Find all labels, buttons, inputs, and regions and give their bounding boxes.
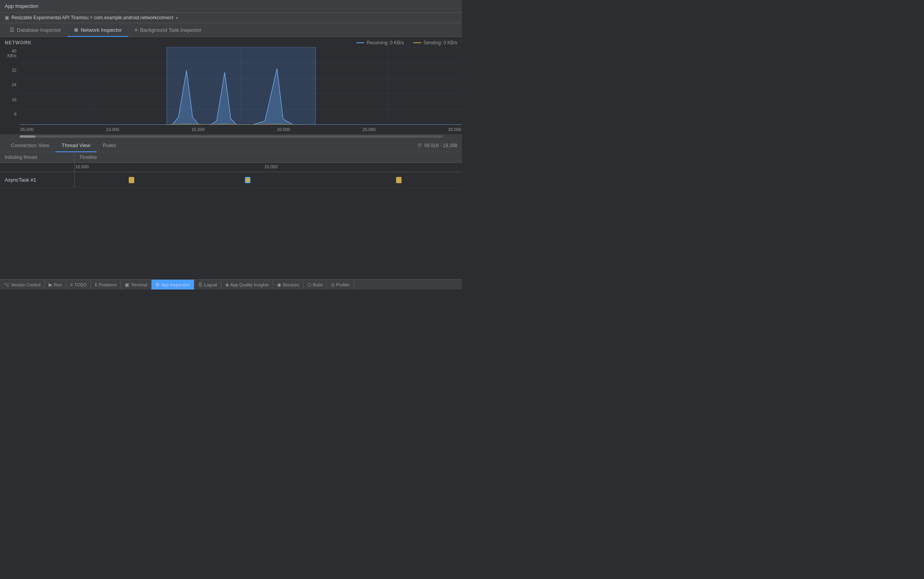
col-initiating-thread: Initiating thread [0, 152, 75, 162]
background-tab-icon: ≡ [135, 27, 138, 33]
table-row: AsyncTask #1 [0, 172, 462, 188]
logcat-icon: ☰ [198, 282, 203, 288]
device-icon: ▣ [5, 15, 9, 20]
x-axis-labels: 05.000 10.000 15.000 20.000 25.000 30.00… [20, 127, 462, 132]
ticks-label-spacer [0, 163, 75, 172]
chart-main[interactable]: 05.000 10.000 15.000 20.000 25.000 30.00… [20, 47, 462, 134]
status-run[interactable]: ▶Run [45, 280, 66, 290]
y-axis-8: 8 [3, 112, 16, 117]
x-label-30: 30.000 [448, 127, 461, 132]
status-version-control[interactable]: ⌥Version Control [0, 280, 45, 290]
row-label-asynctask: AsyncTask #1 [0, 172, 75, 188]
network-tab-label: Network Inspector [81, 27, 122, 33]
time-range: ⏱ 09.918 - 18.398 [417, 143, 457, 148]
dropdown-arrow-icon: ▾ [176, 16, 178, 20]
tab-background[interactable]: ≡Background Task Inspector [128, 24, 208, 37]
tab-thread-view[interactable]: Thread View [55, 139, 97, 152]
connection-view-label: Connection View [11, 142, 49, 148]
col-timeline: Timeline [75, 152, 462, 162]
tab-rules[interactable]: Rules [97, 139, 122, 152]
sending-label: Sending: 0 KB/s [424, 40, 457, 46]
network-chart-svg [20, 47, 462, 125]
y-axis-32: 32 [3, 68, 16, 73]
time-range-value: 09.918 - 18.398 [424, 143, 457, 148]
version-control-icon: ⌥ [4, 282, 9, 288]
thread-table-body: 10.000 15.000 AsyncTask #1 [0, 163, 462, 279]
run-icon: ▶ [49, 282, 52, 288]
background-tab-label: Background Task Inspector [140, 27, 202, 33]
status-build[interactable]: ⬡Build [303, 280, 327, 290]
logcat-label: Logcat [204, 282, 217, 287]
timeline-block-3[interactable] [396, 177, 402, 183]
status-terminal[interactable]: ▣Terminal [121, 280, 152, 290]
network-area: NETWORK Receiving: 0 KB/s Sending: 0 KB/… [0, 37, 462, 139]
tab-database[interactable]: ☰Database Inspector [3, 24, 68, 37]
problems-icon: ℹ [95, 282, 97, 288]
device-selector[interactable]: ▣ Resizable Experimental API Tiramisu > … [5, 15, 178, 20]
run-label: Run [54, 282, 62, 287]
status-bar: ⌥Version Control▶Run≡TODOℹProblems▣Termi… [0, 279, 462, 290]
chart-container[interactable]: 40 KB/s 32 24 16 8 [0, 47, 462, 134]
thread-table-header: Initiating thread Timeline [0, 152, 462, 163]
bottom-panel: Connection View Thread View Rules ⏱ 09.9… [0, 139, 462, 279]
view-tabs: Connection View Thread View Rules ⏱ 09.9… [0, 139, 462, 152]
status-services[interactable]: ◉Services [273, 280, 303, 290]
sending-legend: Sending: 0 KB/s [413, 40, 457, 46]
timeline-block-1[interactable] [129, 177, 134, 183]
x-label-15: 15.000 [192, 127, 205, 132]
app-quality-icon: ◈ [225, 282, 229, 288]
x-label-10: 10.000 [106, 127, 119, 132]
y-axis: 40 KB/s 32 24 16 8 [0, 47, 20, 134]
terminal-label: Terminal [131, 282, 147, 287]
scrollbar-track[interactable] [20, 135, 442, 138]
asynctask-label: AsyncTask #1 [5, 177, 36, 183]
legend: Receiving: 0 KB/s Sending: 0 KB/s [356, 40, 457, 46]
title-bar: App Inspection [0, 0, 462, 13]
app-inspection-icon: ⚙ [155, 282, 160, 288]
scrollbar-area[interactable] [0, 134, 462, 139]
app-title: App Inspection [5, 3, 38, 9]
y-axis-24: 24 [3, 82, 16, 87]
app-inspection-label: App Inspection [161, 282, 190, 287]
status-app-inspection[interactable]: ⚙App Inspection [152, 280, 194, 290]
services-label: Services [283, 282, 299, 287]
status-logcat[interactable]: ☰Logcat [194, 280, 221, 290]
services-icon: ◉ [277, 282, 281, 288]
status-todo[interactable]: ≡TODO [66, 280, 91, 290]
x-label-25: 25.000 [362, 127, 376, 132]
status-app-quality[interactable]: ◈App Quality Insights [221, 280, 273, 290]
build-icon: ⬡ [307, 282, 311, 288]
thread-table: Initiating thread Timeline 10.000 15.000… [0, 152, 462, 279]
problems-label: Problems [99, 282, 117, 287]
thread-view-label: Thread View [62, 142, 90, 148]
sending-legend-line [413, 42, 421, 43]
network-tab-icon: ⊕ [74, 27, 79, 33]
timeline-ticks-area: 10.000 15.000 [75, 163, 462, 172]
receiving-label: Receiving: 0 KB/s [367, 40, 404, 46]
terminal-icon: ▣ [125, 282, 129, 288]
timeline-ticks-row: 10.000 15.000 [0, 163, 462, 172]
row-timeline-asynctask[interactable] [75, 172, 462, 188]
scrollbar-thumb[interactable] [20, 135, 35, 138]
status-problems[interactable]: ℹProblems [91, 280, 121, 290]
inspector-tabs: ☰Database Inspector⊕Network Inspector≡Ba… [0, 23, 462, 37]
tab-connection-view[interactable]: Connection View [5, 139, 55, 152]
build-label: Build [313, 282, 322, 287]
col-timeline-label: Timeline [79, 155, 97, 160]
y-axis-top: 40 KB/s [3, 49, 16, 58]
todo-icon: ≡ [70, 282, 73, 288]
network-title: NETWORK [5, 40, 32, 46]
tab-network[interactable]: ⊕Network Inspector [68, 24, 128, 37]
app-quality-label: App Quality Insights [230, 282, 269, 287]
status-profiler[interactable]: ◷Profiler [327, 280, 354, 290]
timeline-block-2[interactable] [245, 177, 250, 183]
database-tab-icon: ☰ [9, 27, 15, 33]
tick-10000: 10.000 [75, 164, 89, 169]
x-label-05: 05.000 [20, 127, 34, 132]
receiving-legend: Receiving: 0 KB/s [356, 40, 404, 46]
network-header: NETWORK Receiving: 0 KB/s Sending: 0 KB/… [0, 40, 462, 47]
device-text: Resizable Experimental API Tiramisu > co… [11, 15, 173, 20]
device-bar: ▣ Resizable Experimental API Tiramisu > … [0, 13, 462, 23]
rules-label: Rules [103, 142, 116, 148]
x-axis: 05.000 10.000 15.000 20.000 25.000 30.00… [20, 125, 462, 134]
